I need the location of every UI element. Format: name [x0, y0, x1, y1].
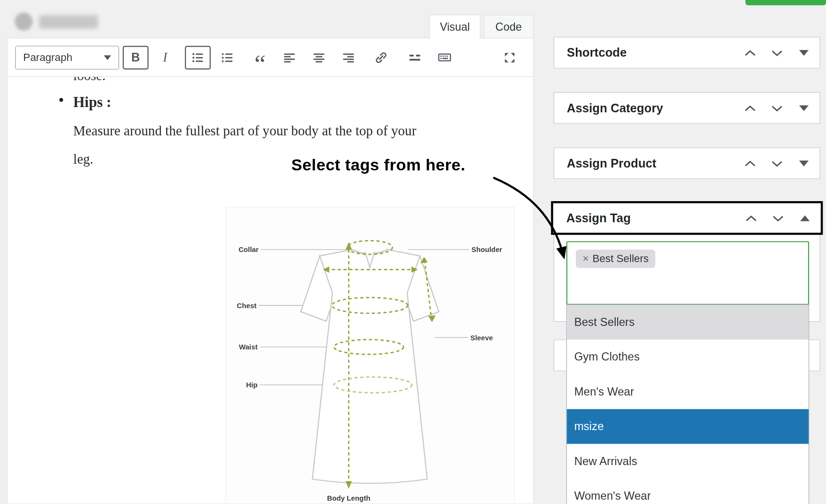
tab-code[interactable]: Code: [484, 15, 534, 38]
chevron-up-icon: [745, 214, 757, 222]
list-item-heading: Hips :: [73, 94, 111, 110]
chevron-down-icon: [771, 159, 783, 167]
metabox-assign-product[interactable]: Assign Product: [554, 147, 820, 179]
fullscreen-icon: [502, 50, 517, 65]
publish-button-partial[interactable]: [745, 0, 826, 5]
move-down-button[interactable]: [771, 103, 783, 113]
chevron-down-icon: [772, 214, 784, 222]
selected-tag-chip[interactable]: × Best Sellers: [576, 250, 656, 268]
editor-content-area[interactable]: loose. Hips : Measure around the fullest…: [8, 77, 533, 504]
block-format-select[interactable]: Paragraph: [15, 46, 119, 69]
metabox-assign-tag[interactable]: Assign Tag: [551, 201, 823, 235]
tag-option[interactable]: msize: [567, 409, 808, 444]
blockquote-button[interactable]: “: [247, 46, 273, 69]
screenshot-root: Visual Code Paragraph B I: [0, 0, 826, 504]
bold-button[interactable]: B: [123, 46, 149, 69]
paragraph-line: leg.: [73, 152, 93, 168]
tag-multiselect-input[interactable]: × Best Sellers: [566, 241, 809, 305]
triangle-down-icon: [799, 105, 809, 111]
editor-toolbar: Paragraph B I “: [8, 38, 533, 77]
tag-option[interactable]: Women's Wear: [567, 479, 808, 504]
italic-button[interactable]: I: [152, 46, 178, 69]
tag-option[interactable]: Gym Clothes: [567, 340, 808, 374]
chevron-up-icon: [744, 48, 756, 56]
editor-panel: Paragraph B I “: [7, 38, 534, 504]
label-waist: Waist: [239, 343, 257, 351]
metabox-shortcode[interactable]: Shortcode: [554, 37, 820, 69]
list-bullet: [59, 92, 64, 109]
post-title-blurred[interactable]: [39, 15, 98, 28]
metabox-title: Assign Product: [567, 156, 656, 170]
bullet-list-icon: [191, 50, 205, 65]
label-collar: Collar: [239, 246, 259, 253]
link-icon: [374, 50, 389, 65]
move-up-button[interactable]: [744, 158, 756, 168]
italic-icon: I: [163, 50, 167, 65]
size-guide-image: Collar Shoulder Chest Waist Sleeve Hip B…: [225, 207, 514, 504]
paragraph-line: Measure around the fullest part of your …: [73, 123, 416, 139]
more-tag-button[interactable]: [402, 46, 428, 69]
tag-option[interactable]: New Arrivals: [567, 444, 808, 479]
chevron-up-icon: [744, 104, 756, 112]
align-right-icon: [341, 50, 356, 65]
more-tag-icon: [408, 50, 422, 65]
remove-tag-icon[interactable]: ×: [583, 253, 589, 265]
chevron-up-icon: [744, 159, 756, 167]
keyboard-shortcuts-button[interactable]: [431, 46, 457, 69]
align-right-button[interactable]: [336, 46, 362, 69]
align-center-icon: [312, 50, 326, 65]
selected-tag-label: Best Sellers: [593, 253, 649, 265]
label-chest: Chest: [237, 302, 256, 310]
clipped-text-line: loose.: [73, 77, 105, 84]
shirt-diagram: Collar Shoulder Chest Waist Sleeve Hip B…: [226, 207, 514, 503]
move-down-button[interactable]: [771, 158, 783, 168]
tag-options-dropdown: Best Sellers Gym Clothes Men's Wear msiz…: [566, 304, 809, 504]
tag-option[interactable]: Men's Wear: [567, 374, 808, 409]
numbered-list-icon: [220, 50, 235, 65]
metabox-title: Assign Category: [567, 101, 663, 115]
triangle-down-icon: [799, 50, 809, 56]
align-left-button[interactable]: [277, 46, 303, 69]
triangle-down-icon: [799, 160, 809, 166]
move-up-button[interactable]: [745, 213, 757, 223]
toggle-panel-button[interactable]: [799, 213, 811, 223]
tag-option[interactable]: Best Sellers: [567, 305, 808, 339]
bold-icon: B: [131, 50, 140, 65]
toggle-panel-button[interactable]: [798, 103, 810, 113]
chevron-down-icon: [771, 48, 783, 56]
label-hip: Hip: [246, 381, 258, 389]
annotation-text: Select tags from here.: [292, 156, 466, 175]
label-shoulder: Shoulder: [472, 246, 502, 253]
label-sleeve: Sleeve: [471, 334, 493, 342]
triangle-up-icon: [800, 215, 810, 221]
move-up-button[interactable]: [744, 48, 756, 58]
metabox-title: Assign Tag: [566, 211, 631, 225]
align-center-button[interactable]: [306, 46, 332, 69]
tab-visual[interactable]: Visual: [429, 15, 480, 39]
toggle-panel-button[interactable]: [798, 158, 810, 168]
move-up-button[interactable]: [744, 103, 756, 113]
bullet-list-button[interactable]: [185, 46, 211, 69]
link-button[interactable]: [368, 46, 394, 69]
numbered-list-button[interactable]: [214, 46, 240, 69]
metabox-title: Shortcode: [567, 46, 627, 60]
chevron-down-icon: [771, 104, 783, 112]
post-title-icon-blurred: [15, 12, 33, 30]
metabox-assign-category[interactable]: Assign Category: [554, 92, 820, 124]
align-left-icon: [282, 50, 297, 65]
blockquote-icon: “: [255, 61, 266, 67]
chevron-down-icon: [104, 55, 111, 60]
keyboard-icon: [437, 50, 452, 65]
move-down-button[interactable]: [771, 48, 783, 58]
fullscreen-button[interactable]: [497, 46, 522, 69]
move-down-button[interactable]: [772, 213, 784, 223]
block-format-label: Paragraph: [23, 51, 72, 63]
label-body-length: Body Length: [327, 494, 370, 502]
toggle-panel-button[interactable]: [798, 48, 810, 58]
